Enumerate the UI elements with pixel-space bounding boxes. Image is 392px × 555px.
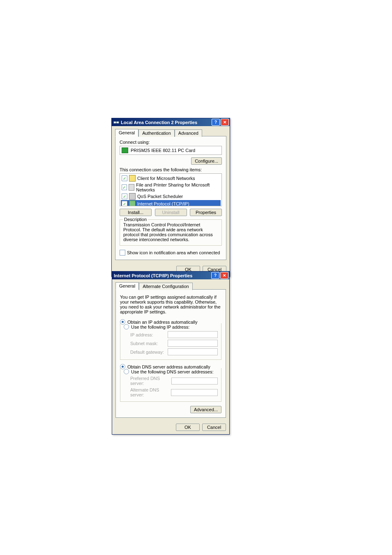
cancel-button[interactable]: Cancel: [202, 424, 226, 431]
alt-dns-label: Alternate DNS server:: [130, 387, 171, 397]
title-text: Internet Protocol (TCP/IP) Properties: [114, 273, 210, 278]
subnet-input: [168, 340, 218, 347]
item-label: Client for Microsoft Networks: [137, 176, 195, 181]
connection-icon: [113, 120, 119, 125]
close-button[interactable]: ✕: [220, 272, 228, 279]
svg-rect-1: [117, 122, 119, 123]
description-group: Description Transmission Control Protoco…: [120, 219, 222, 246]
properties-button[interactable]: Properties: [190, 209, 222, 216]
tcpip-properties-dialog: Internet Protocol (TCP/IP) Properties ? …: [112, 271, 230, 435]
subnet-row: Subnet mask:: [124, 339, 218, 348]
close-button[interactable]: ✕: [221, 119, 229, 126]
lac-properties-dialog: Local Area Connection 2 Properties ? ✕ G…: [111, 118, 230, 277]
radio-icon[interactable]: [124, 324, 129, 329]
qos-icon: [129, 193, 136, 200]
ip-address-row: IP address:: [124, 330, 218, 339]
configure-button[interactable]: Configure...: [191, 157, 222, 165]
items-listbox[interactable]: ✓ Client for Microsoft Networks ✓ File a…: [120, 173, 222, 206]
ok-button[interactable]: OK: [176, 424, 200, 431]
intro-text: You can get IP settings assigned automat…: [120, 295, 221, 314]
use-ip-radio[interactable]: Use the following IP address:: [124, 323, 218, 330]
checkbox-icon[interactable]: ✓: [122, 184, 127, 190]
use-dns-fieldset: Use the following DNS server addresses: …: [120, 368, 221, 402]
tab-panel-general: Connect using: PRISM25 IEEE 802.11 PC Ca…: [115, 136, 226, 260]
checkbox-icon[interactable]: ✓: [120, 250, 125, 256]
use-ip-fieldset: Use the following IP address: IP address…: [120, 323, 221, 360]
radio-icon[interactable]: [120, 364, 125, 369]
tabs-bar: General Authentication Advanced: [115, 129, 226, 136]
adapter-icon: [122, 147, 128, 153]
gateway-input: [168, 348, 218, 355]
use-dns-label: Use the following DNS server addresses:: [131, 369, 215, 374]
subnet-label: Subnet mask:: [130, 341, 158, 346]
description-legend: Description: [123, 217, 148, 222]
items-label: This connection uses the following items…: [120, 167, 222, 172]
dialog-buttons: OK Cancel: [112, 421, 229, 434]
alt-dns-input: [171, 389, 218, 396]
checkbox-icon[interactable]: ✓: [122, 193, 127, 199]
use-ip-label: Use the following IP address:: [131, 325, 191, 329]
tab-advanced[interactable]: Advanced: [175, 129, 202, 137]
connect-using-label: Connect using:: [120, 140, 222, 145]
adapter-name: PRISM25 IEEE 802.11 PC Card: [131, 148, 195, 153]
use-dns-radio[interactable]: Use the following DNS server addresses:: [124, 368, 218, 375]
ip-address-input: [168, 331, 218, 338]
list-item[interactable]: ✓ Internet Protocol (TCP/IP): [121, 200, 221, 206]
item-label: File and Printer Sharing for Microsoft N…: [136, 182, 220, 192]
help-button[interactable]: ?: [212, 119, 220, 126]
file-share-icon: [129, 184, 135, 191]
titlebar[interactable]: Internet Protocol (TCP/IP) Properties ? …: [112, 272, 229, 279]
obtain-dns-label: Obtain DNS server address automatically: [127, 364, 210, 369]
gateway-label: Default gateway:: [130, 350, 164, 355]
checkbox-icon[interactable]: ✓: [122, 201, 127, 206]
pref-dns-input: [171, 378, 218, 385]
item-label: QoS Packet Scheduler: [137, 194, 183, 199]
advanced-button[interactable]: Advanced...: [190, 406, 221, 413]
show-icon-row[interactable]: ✓ Show icon in notification area when co…: [120, 250, 222, 256]
pref-dns-label: Preferred DNS server:: [130, 376, 171, 386]
show-icon-label: Show icon in notification area when conn…: [127, 250, 220, 255]
tcpip-icon: [129, 200, 136, 206]
uninstall-button: Uninstall: [155, 209, 187, 216]
help-button[interactable]: ?: [211, 272, 219, 279]
tabs-bar: General Alternate Configuration: [115, 282, 226, 290]
ip-address-label: IP address:: [130, 332, 153, 337]
tab-general[interactable]: General: [115, 129, 138, 137]
list-item[interactable]: ✓ Client for Microsoft Networks: [121, 175, 221, 182]
radio-icon[interactable]: [124, 369, 129, 374]
description-text: Transmission Control Protocol/Internet P…: [123, 222, 218, 242]
radio-icon[interactable]: [120, 319, 125, 325]
checkbox-icon[interactable]: ✓: [122, 175, 127, 181]
list-item[interactable]: ✓ File and Printer Sharing for Microsoft…: [121, 182, 221, 193]
tab-alternate[interactable]: Alternate Configuration: [139, 283, 193, 290]
tab-panel-general: You can get IP settings assigned automat…: [115, 289, 226, 418]
titlebar[interactable]: Local Area Connection 2 Properties ? ✕: [112, 118, 230, 126]
alt-dns-row: Alternate DNS server:: [124, 387, 218, 398]
pref-dns-row: Preferred DNS server:: [124, 375, 218, 387]
svg-rect-0: [114, 122, 116, 123]
dialog-content: General Alternate Configuration You can …: [112, 279, 229, 421]
tab-general[interactable]: General: [115, 282, 139, 290]
item-buttons-row: Install... Uninstall Properties: [120, 209, 222, 216]
adapter-box: PRISM25 IEEE 802.11 PC Card: [120, 146, 222, 155]
gateway-row: Default gateway:: [124, 348, 218, 356]
install-button[interactable]: Install...: [120, 209, 152, 216]
tab-authentication[interactable]: Authentication: [138, 129, 175, 137]
list-item[interactable]: ✓ QoS Packet Scheduler: [121, 193, 221, 200]
title-text: Local Area Connection 2 Properties: [121, 120, 211, 125]
dialog-content: General Authentication Advanced Connect …: [112, 126, 230, 263]
obtain-ip-label: Obtain an IP address automatically: [127, 320, 197, 325]
item-label: Internet Protocol (TCP/IP): [137, 201, 189, 206]
client-icon: [129, 175, 136, 182]
